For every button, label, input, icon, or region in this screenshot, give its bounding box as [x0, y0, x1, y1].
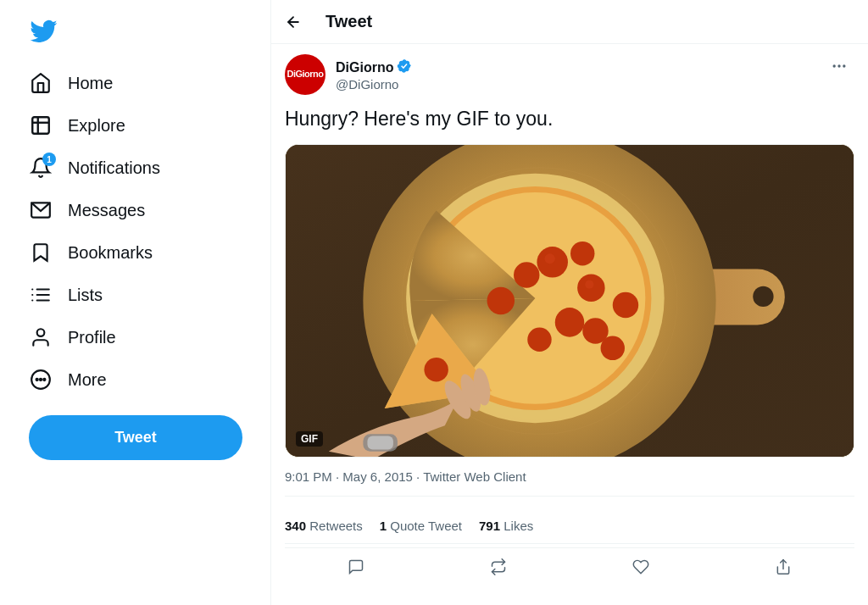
sidebar-item-profile-label: Profile — [68, 328, 116, 347]
sidebar-item-profile[interactable]: Profile — [17, 317, 253, 358]
sidebar-item-more[interactable]: More — [17, 359, 253, 400]
retweet-number: 340 — [285, 519, 306, 533]
sidebar-item-bookmarks[interactable]: Bookmarks — [17, 232, 253, 273]
svg-point-13 — [40, 379, 42, 380]
notification-badge: 1 — [42, 153, 56, 166]
tweet-author-row: DiGiorno DiGiorno @DiGiorno — [285, 54, 854, 95]
tweet-body: DiGiorno DiGiorno @DiGiorno — [271, 44, 868, 599]
home-icon — [29, 71, 53, 95]
bookmarks-icon — [29, 241, 53, 264]
likes-count[interactable]: 791 Likes — [479, 519, 533, 533]
sidebar: Home Explore 1 Notifications — [0, 0, 271, 605]
svg-point-39 — [601, 336, 625, 360]
svg-point-17 — [837, 64, 840, 67]
tweet-page-header: Tweet — [271, 0, 868, 44]
tweet-detail-page: Tweet DiGiorno DiGiorno — [271, 0, 868, 605]
messages-icon — [29, 198, 53, 222]
tweet-media[interactable]: GIF — [285, 144, 854, 458]
notifications-icon: 1 — [29, 156, 53, 180]
svg-point-16 — [833, 64, 836, 67]
author-details: DiGiorno @DiGiorno — [336, 58, 412, 92]
svg-point-40 — [545, 253, 555, 264]
sidebar-item-explore[interactable]: Explore — [17, 105, 253, 146]
sidebar-item-messages-label: Messages — [68, 201, 145, 220]
tweet-more-button[interactable] — [824, 54, 854, 82]
retweet-label: Retweets — [309, 519, 363, 533]
tweet-timestamp: 9:01 PM · May 6, 2015 · Twitter Web Clie… — [285, 469, 854, 497]
likes-label: Likes — [504, 519, 533, 533]
quote-tweet-label: Quote Tweet — [390, 519, 462, 533]
lists-icon — [29, 283, 53, 307]
svg-point-41 — [585, 280, 593, 289]
svg-point-18 — [843, 64, 845, 67]
twitter-logo[interactable] — [17, 7, 253, 59]
tweet-stats: 340 Retweets 1 Quote Tweet 791 Likes — [285, 508, 854, 544]
reply-button[interactable] — [334, 552, 378, 582]
author-handle: @DiGiorno — [336, 77, 412, 92]
tweet-author-info: DiGiorno DiGiorno @DiGiorno — [285, 54, 412, 95]
like-button[interactable] — [619, 552, 663, 582]
sidebar-item-bookmarks-label: Bookmarks — [68, 243, 153, 263]
svg-point-12 — [36, 379, 38, 380]
svg-point-10 — [37, 329, 45, 336]
sidebar-item-notifications[interactable]: 1 Notifications — [17, 147, 253, 188]
svg-point-35 — [527, 328, 551, 352]
gif-badge: GIF — [296, 431, 323, 447]
sidebar-item-notifications-label: Notifications — [68, 158, 160, 178]
quote-tweet-count[interactable]: 1 Quote Tweet — [380, 519, 462, 533]
svg-point-33 — [514, 263, 539, 288]
svg-rect-0 — [32, 117, 49, 134]
sidebar-item-lists[interactable]: Lists — [17, 275, 253, 315]
sidebar-item-home[interactable]: Home — [17, 63, 253, 103]
verified-badge — [397, 58, 412, 77]
svg-point-38 — [613, 292, 638, 318]
profile-icon — [29, 325, 53, 349]
avatar[interactable]: DiGiorno — [285, 54, 326, 95]
back-button[interactable] — [285, 14, 302, 31]
tweet-text: Hungry? Here's my GIF to you. — [285, 105, 854, 132]
page-title: Tweet — [326, 12, 372, 31]
likes-number: 791 — [479, 519, 500, 533]
svg-point-14 — [43, 379, 45, 380]
share-button[interactable] — [761, 552, 805, 582]
svg-point-32 — [555, 308, 585, 337]
retweet-count[interactable]: 340 Retweets — [285, 519, 363, 533]
sidebar-item-lists-label: Lists — [68, 286, 103, 305]
sidebar-item-more-label: More — [68, 370, 107, 390]
sidebar-item-explore-label: Explore — [68, 116, 125, 136]
svg-point-22 — [753, 286, 773, 307]
quote-tweet-number: 1 — [380, 519, 387, 533]
svg-rect-44 — [367, 436, 392, 450]
more-icon — [29, 368, 53, 391]
author-name-row: DiGiorno — [336, 58, 412, 77]
sidebar-item-messages[interactable]: Messages — [17, 190, 253, 230]
svg-point-42 — [424, 358, 448, 381]
svg-point-36 — [487, 287, 515, 314]
sidebar-item-home-label: Home — [68, 74, 113, 93]
svg-point-37 — [570, 241, 594, 265]
author-display-name[interactable]: DiGiorno — [336, 60, 393, 75]
tweet-gif-image — [286, 145, 854, 457]
retweet-button[interactable] — [476, 552, 520, 582]
tweet-button[interactable]: Tweet — [29, 415, 242, 460]
explore-icon — [29, 114, 53, 137]
tweet-action-bar — [285, 547, 854, 589]
